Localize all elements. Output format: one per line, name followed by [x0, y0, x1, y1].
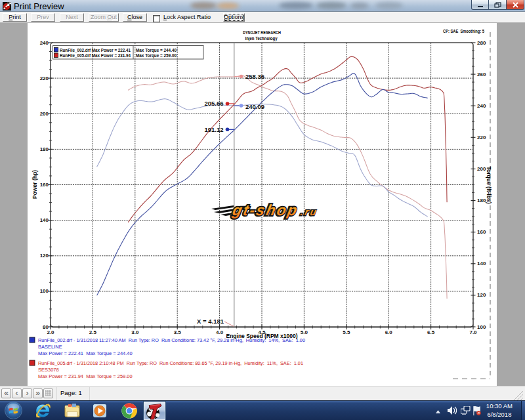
- svg-text:191.12: 191.12: [204, 126, 223, 133]
- svg-text:Max Torque = 259.00: Max Torque = 259.00: [136, 53, 177, 58]
- svg-text:220: 220: [40, 75, 49, 81]
- svg-text:160: 160: [477, 229, 486, 235]
- svg-text:3.5: 3.5: [174, 329, 182, 335]
- svg-text:100: 100: [40, 288, 49, 294]
- svg-text:160: 160: [40, 182, 49, 188]
- svg-text:6.0: 6.0: [385, 329, 393, 335]
- svg-text:SES3078: SES3078: [38, 367, 59, 373]
- svg-text:X = 4.181: X = 4.181: [197, 318, 224, 325]
- svg-text:120: 120: [40, 253, 49, 259]
- svg-text:3.0: 3.0: [131, 329, 139, 335]
- svg-text:4.0: 4.0: [216, 329, 224, 335]
- svg-text:BASELINE: BASELINE: [38, 344, 62, 350]
- svg-text:RunFile_005.drf - 1/31/2018 2:: RunFile_005.drf - 1/31/2018 2:10:48 PM R…: [38, 360, 303, 366]
- svg-text:5.0: 5.0: [301, 329, 308, 335]
- svg-text:205.66: 205.66: [204, 100, 223, 107]
- svg-text:5.5: 5.5: [343, 329, 350, 335]
- svg-text:120: 120: [477, 292, 486, 298]
- svg-text:100: 100: [477, 324, 486, 330]
- svg-text:280: 280: [477, 40, 486, 46]
- svg-text:CP: SAE Smoothing: 5: CP: SAE Smoothing: 5: [443, 28, 484, 34]
- svg-text:260: 260: [477, 72, 486, 77]
- svg-text:258.36: 258.36: [245, 73, 264, 80]
- svg-text:240.09: 240.09: [245, 103, 264, 110]
- svg-text:RunFile_002.drf - 1/31/2018 11: RunFile_002.drf - 1/31/2018 11:27:40 AM …: [38, 337, 305, 343]
- svg-text:220: 220: [477, 135, 486, 140]
- svg-text:DYNOJET RESEARCH: DYNOJET RESEARCH: [243, 30, 281, 35]
- svg-text:180: 180: [477, 198, 486, 203]
- svg-text:4.5: 4.5: [258, 329, 266, 335]
- svg-text:Max Power = 231.94 Max Torque: Max Power = 231.94 Max Torque = 259.00: [38, 373, 133, 379]
- svg-text:RunFile_005.drf Max Power = 23: RunFile_005.drf Max Power = 231.94: [60, 53, 131, 58]
- svg-text:2.5: 2.5: [89, 329, 97, 335]
- svg-text:140: 140: [40, 217, 49, 223]
- svg-text:Torque (ft-lbs): Torque (ft-lbs): [486, 167, 492, 204]
- svg-text:RunFile_002.drf Max Power = 22: RunFile_002.drf Max Power = 222.41: [60, 48, 131, 52]
- svg-text:240: 240: [40, 40, 49, 46]
- svg-text:Injen Technology: Injen Technology: [245, 36, 278, 41]
- svg-text:Max Torque = 244.40: Max Torque = 244.40: [136, 48, 177, 53]
- svg-text:240: 240: [477, 103, 486, 109]
- svg-text:7.0: 7.0: [469, 329, 477, 335]
- svg-text:2.0: 2.0: [47, 329, 54, 335]
- svg-text:200: 200: [477, 166, 486, 172]
- svg-text:Power (hp): Power (hp): [32, 170, 38, 199]
- svg-text:140: 140: [477, 261, 486, 266]
- svg-text:Max Power = 222.41 Max Torque: Max Power = 222.41 Max Torque = 244.40: [38, 350, 133, 356]
- svg-text:gt-shop: gt-shop: [230, 201, 299, 219]
- svg-text:6.5: 6.5: [427, 329, 435, 335]
- svg-text:180: 180: [40, 146, 49, 152]
- svg-text:200: 200: [40, 111, 49, 117]
